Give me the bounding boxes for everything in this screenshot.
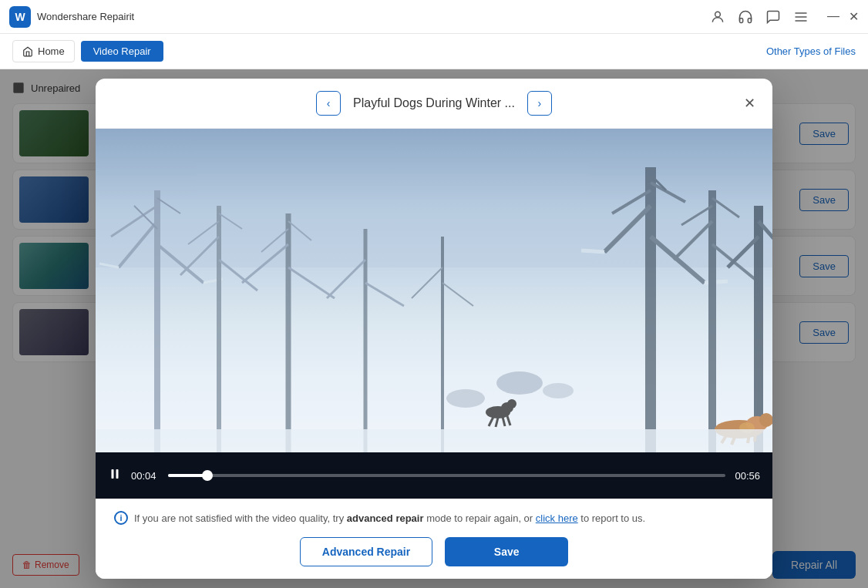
headphone-icon[interactable] <box>738 9 753 25</box>
title-bar-left: W Wondershare Repairit <box>9 6 134 28</box>
footer-actions: Advanced Repair Save <box>114 537 754 566</box>
svg-rect-64 <box>112 469 114 479</box>
svg-point-46 <box>543 383 574 398</box>
modal-title: Playful Dogs During Winter ... <box>353 96 515 110</box>
svg-point-45 <box>496 371 543 395</box>
svg-point-47 <box>446 389 485 408</box>
info-strong: advanced repair <box>347 512 424 524</box>
current-time: 00:04 <box>131 470 159 482</box>
save-button-main[interactable]: Save <box>445 537 568 566</box>
info-bar: i If you are not satisfied with the vide… <box>114 511 754 525</box>
svg-point-50 <box>507 399 516 408</box>
modal-close-button[interactable]: ✕ <box>738 92 760 114</box>
info-text: If you are not satisfied with the video … <box>134 512 645 524</box>
advanced-repair-button[interactable]: Advanced Repair <box>300 537 432 566</box>
end-time: 00:56 <box>735 470 760 482</box>
window-controls: — ✕ <box>827 9 859 24</box>
active-tab[interactable]: Video Repair <box>81 41 163 62</box>
video-preview-modal: ‹ Playful Dogs During Winter ... › ✕ <box>96 79 772 579</box>
report-link[interactable]: click here <box>536 512 578 524</box>
svg-line-7 <box>157 244 204 283</box>
modal-header: ‹ Playful Dogs During Winter ... › ✕ <box>96 79 772 129</box>
video-controls: 00:04 00:56 <box>96 452 772 499</box>
pause-button[interactable] <box>108 467 122 485</box>
close-button[interactable]: ✕ <box>849 9 859 24</box>
other-files-link[interactable]: Other Types of Files <box>766 45 856 57</box>
modal-footer: i If you are not satisfied with the vide… <box>96 499 772 579</box>
prev-button[interactable]: ‹ <box>316 91 341 116</box>
svg-line-30 <box>604 206 651 252</box>
svg-line-11 <box>99 264 119 267</box>
menu-icon[interactable] <box>793 9 809 25</box>
svg-line-51 <box>489 417 493 426</box>
svg-line-19 <box>242 244 288 283</box>
svg-rect-65 <box>116 469 119 479</box>
svg-line-38 <box>674 221 712 260</box>
svg-line-54 <box>507 416 510 425</box>
svg-line-17 <box>219 213 242 229</box>
app-name: Wondershare Repairit <box>37 11 134 22</box>
svg-line-10 <box>157 198 180 213</box>
next-button[interactable]: › <box>527 91 552 116</box>
content-area: Unrepaired dog_video_1.mp4 2.3 MB | MP4 … <box>0 69 868 588</box>
progress-bar[interactable] <box>168 474 725 477</box>
account-icon[interactable] <box>710 9 725 25</box>
home-nav[interactable]: Home <box>12 40 75 62</box>
svg-line-35 <box>581 250 604 252</box>
nav-bar: Home Video Repair Other Types of Files <box>0 34 868 69</box>
chat-icon[interactable] <box>765 9 781 25</box>
minimize-button[interactable]: — <box>827 9 839 24</box>
progress-handle[interactable] <box>202 470 213 481</box>
svg-line-53 <box>503 417 505 426</box>
svg-line-25 <box>365 283 404 306</box>
svg-line-40 <box>681 206 712 225</box>
main-area: Home Video Repair Other Types of Files U… <box>0 34 868 588</box>
info-text-before: If you are not satisfied with the video … <box>134 512 347 524</box>
svg-point-0 <box>715 12 721 17</box>
svg-line-24 <box>327 260 365 298</box>
home-label: Home <box>38 45 65 57</box>
winter-trees-svg <box>96 129 772 452</box>
info-icon: i <box>114 511 128 525</box>
svg-line-28 <box>442 283 473 306</box>
svg-line-41 <box>712 198 739 217</box>
info-text-end: to report to us. <box>580 512 645 524</box>
app-logo: W <box>9 6 31 28</box>
svg-line-20 <box>288 267 335 298</box>
svg-line-52 <box>496 418 498 427</box>
modal-nav: ‹ Playful Dogs During Winter ... › <box>316 91 552 116</box>
svg-line-31 <box>651 237 705 283</box>
title-bar-icons: — ✕ <box>710 9 859 25</box>
video-player: 00:04 00:56 <box>96 129 772 499</box>
title-bar: W Wondershare Repairit — ✕ <box>0 0 868 34</box>
svg-line-22 <box>288 221 311 240</box>
winter-scene <box>96 129 772 499</box>
info-text-mid: mode to repair again, or <box>426 512 536 524</box>
svg-rect-63 <box>96 429 772 452</box>
modal-overlay[interactable]: ‹ Playful Dogs During Winter ... › ✕ <box>0 69 868 588</box>
svg-line-27 <box>412 267 442 298</box>
svg-line-14 <box>180 237 219 275</box>
